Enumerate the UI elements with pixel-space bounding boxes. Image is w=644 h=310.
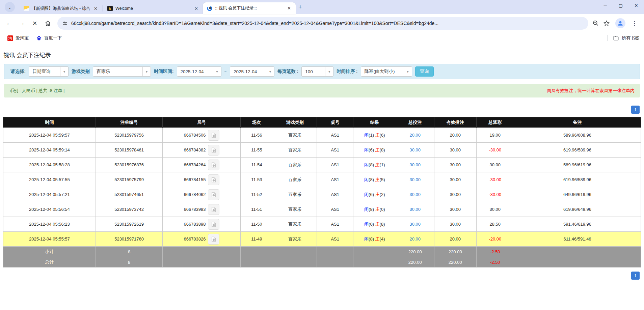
video-replay-button[interactable]: [208, 160, 219, 170]
search-button[interactable]: 查询: [415, 66, 434, 77]
video-replay-button[interactable]: [208, 130, 219, 141]
game-type-select[interactable]: 百家乐 ▾: [93, 66, 151, 77]
zoom-out-icon[interactable]: [592, 20, 599, 27]
bookmarks-divider: [607, 35, 608, 41]
balance-note: 619.96/649.96: [514, 202, 641, 217]
bookmark-star-icon[interactable]: [603, 20, 610, 27]
round-id: 666783826: [184, 236, 206, 242]
table-number: AS1: [317, 187, 353, 202]
page-size-label: 每页笔数 :: [277, 68, 298, 75]
table-number: AS1: [317, 232, 353, 247]
bet-time: 2025-12-04 05:57:55: [3, 172, 96, 187]
total-bet-link[interactable]: 30.00: [409, 147, 421, 152]
tab-search-button[interactable]: ⌄: [5, 2, 15, 12]
subtotal-label: 小计: [3, 247, 96, 257]
video-replay-button[interactable]: [208, 234, 219, 245]
table-number: AS1: [317, 158, 353, 172]
close-window-button[interactable]: ✕: [628, 0, 644, 11]
table-number: AS1: [317, 217, 353, 232]
page-content: 视讯 会员下注纪录 请选择: 日期查询 ▾ 游戏类别 百家乐 ▾ 时间区间: 2…: [0, 44, 644, 280]
date-start-select[interactable]: 2025-12-04 ▾: [177, 66, 221, 77]
valid-bet: 30.00: [434, 172, 476, 187]
sort-order-select[interactable]: 降幂(由大到小) ▾: [361, 66, 412, 77]
page-number-button[interactable]: 1: [631, 272, 640, 280]
bookmark-aitaobao[interactable]: 淘 爱淘宝: [5, 34, 31, 43]
pagination-bottom: 1: [0, 267, 644, 280]
chevron-down-icon: ▾: [142, 67, 151, 76]
chevron-down-icon: ▾: [404, 67, 412, 76]
total-bet-link[interactable]: 30.00: [409, 192, 421, 197]
table-number: AS1: [317, 143, 353, 158]
bet-time: 2025-12-04 05:59:57: [3, 128, 96, 143]
round-id-cell: 666783983: [163, 202, 240, 217]
home-button[interactable]: [42, 18, 53, 29]
table-row: 2025-12-04 05:57:55 523015975799 6667841…: [3, 172, 641, 187]
tab-close-icon[interactable]: ✕: [286, 5, 292, 11]
stop-button[interactable]: ✕: [29, 18, 41, 29]
maximize-button[interactable]: ▢: [613, 0, 628, 11]
tab-bet-records[interactable]: :::视讯 会员下注纪录::: ✕: [203, 2, 296, 14]
bookmark-baidu[interactable]: 百度一下: [33, 34, 64, 43]
page-number-button[interactable]: 1: [631, 106, 640, 114]
minimize-button[interactable]: ─: [597, 0, 613, 11]
game-type: 百家乐: [273, 232, 317, 247]
page-size-select[interactable]: 100 ▾: [301, 66, 333, 77]
query-type-select[interactable]: 日期查询 ▾: [29, 66, 69, 77]
tab-close-icon[interactable]: ✕: [193, 5, 199, 12]
bet-time: 2025-12-04 05:59:14: [3, 143, 96, 158]
filter-bar: 请选择: 日期查询 ▾ 游戏类别 百家乐 ▾ 时间区间: 2025-12-04 …: [4, 64, 640, 79]
total-bet-link[interactable]: 30.00: [409, 177, 421, 182]
browser-toolbar: ← → ✕ 66cxkj98.com/game/betrecord_search…: [0, 14, 644, 32]
browser-menu-button[interactable]: ⋮: [628, 20, 641, 27]
result-cell: 闲(6) 庄(8): [353, 143, 396, 158]
bet-time: 2025-12-04 05:56:54: [3, 202, 96, 217]
total-bet-link[interactable]: 30.00: [409, 162, 421, 167]
round-id-cell: 666784155: [163, 172, 240, 187]
payout: -30.00: [476, 143, 514, 158]
game-type: 百家乐: [273, 202, 317, 217]
balance-note: 619.96/589.96: [514, 172, 641, 187]
tab-welcome[interactable]: ♞ Welcome ✕: [103, 3, 203, 14]
game-type: 百家乐: [273, 217, 317, 232]
video-replay-button[interactable]: [208, 189, 219, 200]
video-replay-button[interactable]: [208, 219, 219, 230]
baidu-paw-icon: [36, 35, 42, 41]
result-cell: 闲(1) 庄(6): [353, 128, 396, 143]
round-id: 666784506: [184, 133, 206, 138]
total-bet-link[interactable]: 30.00: [409, 222, 421, 227]
table-row: 2025-12-04 05:58:28 523015976876 6667842…: [3, 158, 641, 172]
total-bet-link[interactable]: 30.00: [409, 207, 421, 212]
total-bet-link[interactable]: 20.00: [409, 133, 421, 138]
sort-order-label: 时间排序 :: [337, 68, 357, 75]
table-row: 2025-12-04 05:57:21 523015974651 6667840…: [3, 187, 641, 202]
valid-bet: 20.00: [434, 128, 476, 143]
round-id: 666783898: [184, 222, 206, 227]
bet-time: 2025-12-04 05:58:28: [3, 158, 96, 172]
video-replay-button[interactable]: [208, 145, 219, 156]
all-bookmarks-button[interactable]: 所有书签: [613, 35, 639, 41]
date-end-select[interactable]: 2025-12-04 ▾: [230, 66, 274, 77]
col-table-no: 桌号: [317, 117, 353, 128]
profile-avatar[interactable]: [615, 18, 625, 28]
bet-id: 523015974651: [96, 187, 162, 202]
video-replay-button[interactable]: [208, 204, 219, 215]
valid-bet-notice: 同局有效投注，统一计算在该局第一张注单内: [547, 88, 635, 94]
url-text[interactable]: 66cxkj98.com/game/betrecord_search/kind3…: [71, 21, 584, 26]
address-bar[interactable]: 66cxkj98.com/game/betrecord_search/kind3…: [57, 17, 588, 30]
site-settings-icon[interactable]: [62, 21, 68, 26]
forward-button[interactable]: →: [16, 18, 28, 29]
table-number: AS1: [317, 202, 353, 217]
back-button[interactable]: ←: [3, 18, 15, 29]
session-number: 11-56: [240, 128, 273, 143]
summary-bar: 币别 : 人民币 | 总共 :8 注单 | 同局有效投注，统一计算在该局第一张注…: [4, 84, 640, 97]
payout: -30.00: [476, 172, 514, 187]
bookmarks-bar: 淘 爱淘宝 百度一下 所有书签: [0, 32, 644, 44]
total-bet-link[interactable]: 20.00: [409, 236, 421, 242]
bet-id: 523015971760: [96, 232, 162, 247]
result-cell: 闲(8) 庄(5): [353, 172, 396, 187]
new-tab-button[interactable]: +: [296, 3, 305, 11]
col-valid-bet: 有效投注: [434, 117, 476, 128]
tab-close-icon[interactable]: ✕: [92, 5, 99, 12]
tab-forum[interactable]: 【新提醒】海燕策略论坛 - 综合 ✕: [20, 3, 102, 14]
video-replay-button[interactable]: [208, 174, 219, 185]
